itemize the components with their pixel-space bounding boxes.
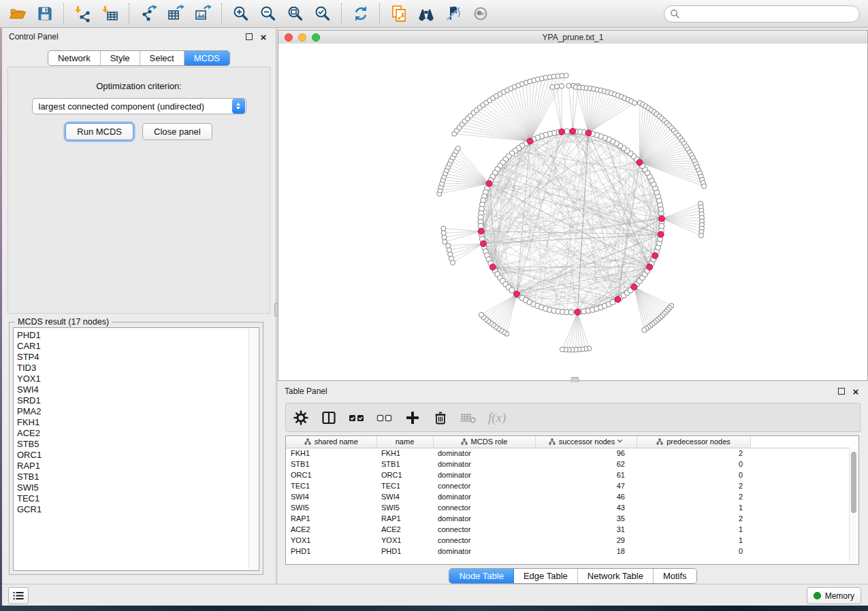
run-mcds-button[interactable]: Run MCDS (65, 123, 133, 140)
table-scrollbar[interactable] (849, 448, 858, 563)
tab-mcds[interactable]: MCDS (184, 51, 229, 65)
table-cell[interactable]: 2 (637, 480, 750, 491)
table-cell[interactable]: 0 (637, 459, 750, 469)
table-cell[interactable]: YOX1 (286, 535, 376, 546)
column-header-name[interactable]: name (376, 436, 433, 448)
tab-style[interactable]: Style (101, 51, 140, 65)
export-image-icon[interactable] (189, 2, 216, 25)
mcds-result-item[interactable]: ORC1 (17, 450, 248, 461)
table-cell[interactable]: TEC1 (286, 480, 376, 491)
search-input[interactable] (683, 8, 854, 19)
mcds-result-item[interactable]: ACE2 (17, 428, 248, 439)
table-cell[interactable]: SWI5 (286, 502, 376, 513)
table-cell[interactable]: ORC1 (286, 469, 376, 480)
hide-graphics-icon[interactable] (440, 2, 467, 25)
table-scrollbar-thumb[interactable] (851, 452, 856, 513)
delete-table-icon[interactable] (460, 410, 477, 426)
table-cell[interactable]: 0 (637, 469, 750, 480)
mcds-list-scrollbar[interactable] (248, 329, 258, 569)
table-cell[interactable]: dominator (433, 513, 535, 524)
table-cell[interactable]: 0 (637, 546, 750, 557)
gear-icon[interactable] (293, 410, 309, 426)
column-header-successor-nodes[interactable]: successor nodes (535, 436, 637, 448)
export-network-icon[interactable] (135, 2, 162, 25)
columns-icon[interactable] (321, 410, 337, 426)
select-all-icon[interactable] (349, 410, 365, 426)
close-panel-icon[interactable]: × (850, 386, 861, 397)
import-network-icon[interactable] (69, 2, 97, 25)
table-cell[interactable]: 29 (535, 535, 637, 546)
open-folder-icon[interactable] (4, 2, 31, 25)
column-header-shared-name[interactable]: shared name (286, 436, 376, 448)
float-panel-icon[interactable] (244, 31, 255, 42)
tab-edge-table[interactable]: Edge Table (514, 569, 578, 583)
network-graph[interactable] (278, 44, 867, 380)
table-cell[interactable]: 96 (535, 448, 637, 459)
mcds-result-item[interactable]: RAP1 (17, 461, 248, 472)
table-row[interactable]: SWI4SWI4dominator462 (286, 491, 850, 502)
function-icon[interactable]: f(x) (488, 410, 506, 425)
table-cell[interactable]: RAP1 (286, 513, 376, 524)
tab-network[interactable]: Network (48, 51, 101, 65)
table-cell[interactable]: dominator (433, 491, 535, 502)
table-row[interactable]: SWI5SWI5connector431 (286, 502, 850, 513)
zoom-out-icon[interactable] (255, 2, 282, 25)
table-cell[interactable]: 43 (535, 502, 637, 513)
close-window-icon[interactable] (285, 33, 293, 42)
table-cell[interactable]: connector (433, 524, 535, 535)
refresh-icon[interactable] (347, 2, 374, 25)
zoom-in-icon[interactable] (227, 2, 255, 25)
mcds-result-item[interactable]: GCR1 (17, 504, 248, 515)
search-field[interactable] (664, 5, 860, 22)
table-cell[interactable]: 2 (637, 491, 750, 502)
close-panel-icon[interactable]: × (258, 31, 269, 42)
mcds-result-item[interactable]: YOX1 (17, 374, 248, 384)
show-panels-button[interactable] (8, 587, 29, 604)
mcds-result-item[interactable]: TEC1 (17, 493, 248, 504)
table-cell[interactable]: YOX1 (376, 535, 433, 546)
table-cell[interactable]: connector (433, 480, 535, 491)
import-table-icon[interactable] (97, 2, 124, 25)
table-cell[interactable]: 47 (535, 480, 637, 491)
tab-network-table[interactable]: Network Table (578, 569, 654, 583)
table-cell[interactable]: FKH1 (286, 448, 376, 459)
close-panel-button[interactable]: Close panel (142, 123, 212, 140)
minimize-window-icon[interactable] (298, 33, 306, 42)
mcds-result-item[interactable]: STB1 (17, 472, 248, 482)
clone-network-icon[interactable] (385, 2, 413, 25)
table-cell[interactable]: 61 (535, 469, 637, 480)
maximize-window-icon[interactable] (312, 33, 320, 42)
export-table-icon[interactable] (162, 2, 189, 25)
table-row[interactable]: ORC1ORC1dominator610 (286, 469, 850, 480)
table-cell[interactable]: SWI4 (376, 491, 433, 502)
table-cell[interactable]: 1 (637, 502, 750, 513)
table-cell[interactable]: 2 (637, 448, 750, 459)
table-cell[interactable]: 18 (535, 546, 637, 557)
table-row[interactable]: YOX1YOX1connector291 (286, 535, 850, 546)
table-cell[interactable]: 1 (637, 524, 750, 535)
mcds-result-item[interactable]: STP4 (17, 352, 248, 363)
table-row[interactable]: STB1STB1dominator620 (286, 459, 850, 469)
table-cell[interactable]: FKH1 (376, 448, 433, 459)
table-row[interactable]: ACE2ACE2connector311 (286, 524, 850, 535)
table-cell[interactable]: dominator (433, 448, 535, 459)
mcds-result-item[interactable]: CAR1 (17, 341, 248, 352)
mcds-result-item[interactable]: STB5 (17, 439, 248, 450)
column-header-mcds-role[interactable]: MCDS role (433, 436, 535, 448)
table-cell[interactable]: STB1 (286, 459, 376, 469)
table-cell[interactable]: PHD1 (376, 546, 433, 557)
network-canvas[interactable] (278, 44, 867, 380)
table-cell[interactable]: 62 (535, 459, 637, 469)
table-cell[interactable]: 31 (535, 524, 637, 535)
table-row[interactable]: TEC1TEC1connector472 (286, 480, 850, 491)
table-cell[interactable]: 1 (637, 535, 750, 546)
table-cell[interactable]: 35 (535, 513, 637, 524)
table-cell[interactable]: STB1 (376, 459, 433, 469)
table-cell[interactable]: RAP1 (376, 513, 433, 524)
table-row[interactable]: RAP1RAP1dominator352 (286, 513, 850, 524)
table-cell[interactable]: ACE2 (286, 524, 376, 535)
table-row[interactable]: PHD1PHD1dominator180 (286, 546, 850, 557)
mcds-result-item[interactable]: PHD1 (17, 330, 248, 341)
memory-button[interactable]: Memory (807, 587, 861, 604)
table-cell[interactable]: connector (433, 502, 535, 513)
